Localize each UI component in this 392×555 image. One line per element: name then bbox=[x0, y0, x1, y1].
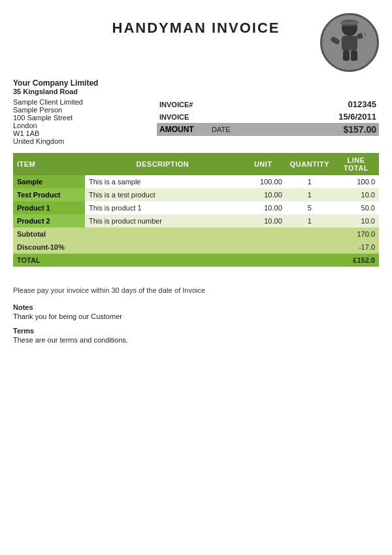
table-row: Product 1 This is product 1 10.00 5 50.0 bbox=[13, 201, 379, 214]
item-desc-1: This is a test product bbox=[85, 188, 240, 201]
meta-row-number: INVOICE# 012345 bbox=[157, 98, 379, 110]
company-logo bbox=[320, 13, 379, 72]
item-unit-3: 10.00 bbox=[240, 214, 286, 227]
invoice-date: 15/6/2011 bbox=[270, 110, 379, 123]
invoice-label: INVOICE bbox=[157, 110, 209, 123]
table-row: Sample This is a sample 100.00 1 100.0 bbox=[13, 175, 379, 188]
meta-row-amount: AMOUNT DATE $157.00 bbox=[157, 123, 379, 136]
amount-value: $157.00 bbox=[270, 123, 379, 136]
col-total: LINE TOTAL bbox=[333, 153, 379, 175]
subtotal-label: Subtotal bbox=[13, 227, 85, 241]
svg-rect-9 bbox=[351, 50, 357, 61]
invoice-title-block: HANDYMAN INVOICE bbox=[72, 13, 320, 37]
notes-text: Thank you for being our Customer bbox=[13, 312, 379, 320]
item-qty-3: 1 bbox=[286, 214, 333, 227]
client-postcode: W1 1AB bbox=[13, 129, 157, 137]
discount-value: -17.0 bbox=[333, 241, 379, 254]
item-name-3: Product 2 bbox=[13, 214, 85, 227]
table-header: ITEM DESCRIPTION UNIT QUANTITY LINE TOTA… bbox=[13, 153, 379, 175]
meta-row-date: INVOICE 15/6/2011 bbox=[157, 110, 379, 123]
notes-title: Notes bbox=[13, 303, 379, 311]
item-unit-1: 10.00 bbox=[240, 188, 286, 201]
item-qty-2: 5 bbox=[286, 201, 333, 214]
total-row: TOTAL £152.0 bbox=[13, 254, 379, 267]
client-street: 100 Sample Street bbox=[13, 114, 157, 122]
payment-text: Please pay your invoice within 30 days o… bbox=[13, 286, 379, 294]
table-row: Product 2 This is product number 10.00 1… bbox=[13, 214, 379, 227]
item-desc-3: This is product number bbox=[85, 214, 240, 227]
item-name-1: Test Product bbox=[13, 188, 85, 201]
discount-row: Discount-10% -17.0 bbox=[13, 241, 379, 254]
footer-section: Please pay your invoice within 30 days o… bbox=[13, 286, 379, 344]
amount-label: AMOUNT bbox=[157, 123, 209, 136]
client-company: Sample Client Limited bbox=[13, 98, 157, 106]
amount-date-label: DATE bbox=[209, 123, 270, 136]
table-row: Test Product This is a test product 10.0… bbox=[13, 188, 379, 201]
client-person: Sample Person bbox=[13, 106, 157, 114]
items-table: ITEM DESCRIPTION UNIT QUANTITY LINE TOTA… bbox=[13, 153, 379, 267]
item-qty-0: 1 bbox=[286, 175, 333, 188]
item-name-0: Sample bbox=[13, 175, 85, 188]
notes-block: Notes Thank you for being our Customer bbox=[13, 303, 379, 320]
item-name-2: Product 1 bbox=[13, 201, 85, 214]
svg-rect-8 bbox=[343, 50, 350, 61]
svg-rect-4 bbox=[330, 36, 340, 45]
discount-label: Discount-10% bbox=[13, 241, 85, 254]
client-city: London bbox=[13, 122, 157, 129]
item-desc-2: This is product 1 bbox=[85, 201, 240, 214]
item-total-3: 10.0 bbox=[333, 214, 379, 227]
invoice-page: HANDYMAN INVOICE bbox=[0, 0, 392, 555]
terms-text: These are our terms and conditions. bbox=[13, 336, 379, 344]
svg-rect-3 bbox=[342, 36, 357, 50]
item-desc-0: This is a sample bbox=[85, 175, 240, 188]
col-quantity: QUANTITY bbox=[286, 153, 333, 175]
item-qty-1: 1 bbox=[286, 188, 333, 201]
item-unit-0: 100.00 bbox=[240, 175, 286, 188]
invoice-hash-label: INVOICE# bbox=[157, 98, 209, 110]
item-total-1: 10.0 bbox=[333, 188, 379, 201]
invoice-meta-block: INVOICE# 012345 INVOICE 15/6/2011 AMOUNT… bbox=[157, 98, 379, 145]
col-description: DESCRIPTION bbox=[85, 153, 240, 175]
col-unit: UNIT bbox=[240, 153, 286, 175]
subtotal-row: Subtotal 170.0 bbox=[13, 227, 379, 241]
item-unit-2: 10.00 bbox=[240, 201, 286, 214]
company-address1: 35 Kingsland Road bbox=[13, 88, 379, 95]
total-label: TOTAL bbox=[13, 254, 85, 267]
table-body: Sample This is a sample 100.00 1 100.0 T… bbox=[13, 175, 379, 267]
company-info: Your Company Limited 35 Kingsland Road bbox=[13, 78, 379, 95]
subtotal-value: 170.0 bbox=[333, 227, 379, 241]
col-item: ITEM bbox=[13, 153, 85, 175]
invoice-header: HANDYMAN INVOICE bbox=[13, 13, 379, 72]
client-country: United Kingdom bbox=[13, 137, 157, 145]
invoice-meta-table: INVOICE# 012345 INVOICE 15/6/2011 AMOUNT… bbox=[157, 98, 379, 136]
svg-rect-2 bbox=[340, 22, 359, 24]
invoice-title: HANDYMAN INVOICE bbox=[72, 20, 320, 37]
item-total-0: 100.0 bbox=[333, 175, 379, 188]
invoice-number: 012345 bbox=[270, 98, 379, 110]
svg-point-7 bbox=[363, 27, 368, 32]
handyman-icon bbox=[323, 16, 376, 69]
company-name: Your Company Limited bbox=[13, 78, 379, 88]
terms-title: Terms bbox=[13, 327, 379, 335]
total-value: £152.0 bbox=[333, 254, 379, 267]
terms-block: Terms These are our terms and conditions… bbox=[13, 327, 379, 344]
header-row: ITEM DESCRIPTION UNIT QUANTITY LINE TOTA… bbox=[13, 153, 379, 175]
client-address-block: Sample Client Limited Sample Person 100 … bbox=[13, 98, 157, 145]
address-meta-section: Sample Client Limited Sample Person 100 … bbox=[13, 98, 379, 145]
item-total-2: 50.0 bbox=[333, 201, 379, 214]
